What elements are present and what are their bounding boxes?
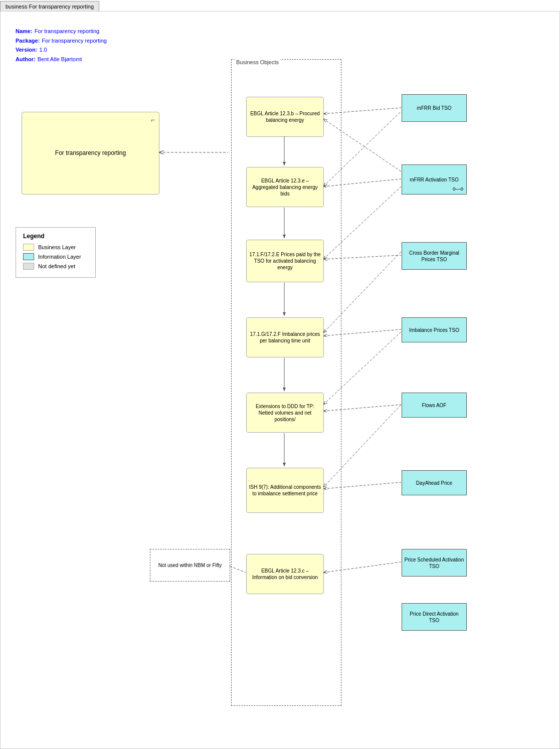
note-icon: ⌐	[151, 115, 155, 124]
meta-package-label: Package:	[16, 36, 40, 46]
yellow-box-yb7[interactable]: EBGL Article 12.3.c – Information on bid…	[246, 554, 324, 594]
legend-label-business: Business Layer	[38, 244, 76, 250]
cyan-box-cb4[interactable]: Imbalance Prices TSO	[402, 317, 467, 342]
yellow-box-yb5[interactable]: Extensions to DDD for TP: Netted volumes…	[246, 393, 324, 433]
meta-version-value: 1.0	[39, 45, 47, 55]
yellow-box-yb6[interactable]: ISH 9(7): Additional components to imbal…	[246, 468, 324, 513]
meta-package-value: For transparency reporting	[42, 36, 107, 46]
yellow-box-yb3[interactable]: 17.1.F/17.2.E Prices paid by the TSO for…	[246, 240, 324, 282]
cyan-box-cb1[interactable]: mFRR Bid TSO	[402, 94, 467, 122]
meta-name-label: Name:	[16, 27, 33, 36]
interface-icon: o—o	[453, 185, 463, 192]
cyan-box-cb6[interactable]: DayAhead Price	[402, 470, 467, 495]
legend-swatch-information	[23, 253, 34, 260]
legend-item-information: Information Layer	[23, 253, 88, 260]
bo-container-label: Business Objects	[235, 59, 280, 65]
legend-swatch-notdefined	[23, 263, 34, 270]
not-used-box[interactable]: Not used within NBM or Fifty	[150, 549, 230, 582]
yellow-box-yb2[interactable]: EBGL Article 12.3.e – Aggregated balanci…	[246, 167, 324, 207]
yellow-box-yb1[interactable]: EBGL Article 12.3.b – Procured balancing…	[246, 97, 324, 137]
legend-label-notdefined: Not defined yet	[38, 263, 75, 269]
cyan-box-cb2[interactable]: mFRR Activation TSO o—o	[402, 164, 467, 195]
legend-title: Legend	[23, 233, 88, 240]
meta-version-label: Version:	[16, 45, 37, 55]
cyan-box-cb5[interactable]: Flows AOF	[402, 393, 467, 418]
bo-container: Business Objects	[231, 59, 341, 706]
legend-swatch-business	[23, 244, 34, 251]
main-yellow-box[interactable]: For transparency reporting ⌐	[22, 112, 159, 195]
cyan-box-cb8[interactable]: Price Direct Activation TSO	[402, 603, 467, 631]
cyan-box-cb7[interactable]: Price Scheduled Activation TSO	[402, 549, 467, 577]
legend-label-information: Information Layer	[38, 254, 81, 260]
meta-author-label: Author:	[16, 55, 36, 64]
legend-item-business: Business Layer	[23, 244, 88, 251]
canvas: Name: For transparency reporting Package…	[0, 11, 560, 749]
meta-author-value: Bent Atle Bjørtomt	[38, 55, 82, 64]
meta-info: Name: For transparency reporting Package…	[16, 27, 107, 64]
main-tab[interactable]: business For transparency reporting	[0, 1, 99, 11]
meta-name-value: For transparency reporting	[35, 27, 100, 36]
legend-item-notdefined: Not defined yet	[23, 263, 88, 270]
legend: Legend Business Layer Information Layer …	[16, 227, 96, 278]
tab-label: business For transparency reporting	[6, 4, 94, 10]
yellow-box-yb4[interactable]: 17.1.G/17.2.F Imbalance prices per balan…	[246, 317, 324, 357]
cyan-box-cb3[interactable]: Cross Border Marginal Prices TSO	[402, 242, 467, 270]
